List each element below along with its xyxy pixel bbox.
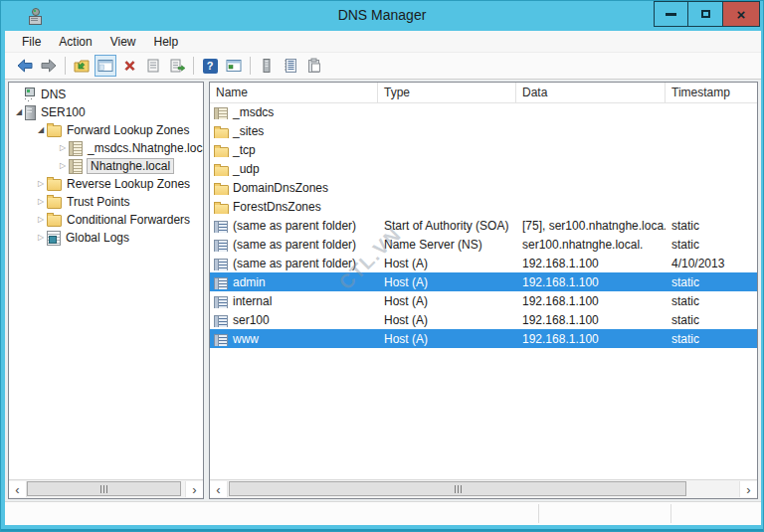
export-list-button[interactable]	[166, 55, 188, 77]
zone-icon	[69, 141, 83, 156]
clipboard-button[interactable]	[303, 55, 325, 77]
forward-button[interactable]	[38, 55, 60, 77]
record-icon	[214, 277, 228, 289]
expander-icon[interactable]	[35, 121, 47, 139]
zone-icon	[214, 107, 228, 119]
scrollbar-thumb[interactable]	[27, 481, 181, 496]
console-tree-icon	[97, 58, 113, 74]
column-header-name[interactable]: Name	[210, 83, 378, 102]
tree-item-conditional-forwarders[interactable]: Conditional Forwarders	[9, 211, 203, 229]
zone-icon	[69, 159, 83, 174]
record-icon	[214, 259, 228, 270]
tree-item-nhatnghe-local[interactable]: Nhatnghe.local	[9, 157, 203, 175]
table-row-selected[interactable]: www Host (A) 192.168.1.100 static	[210, 329, 757, 348]
console-window-button[interactable]	[223, 55, 245, 77]
menu-bar: File Action View Help	[5, 31, 761, 53]
toolbar: ?	[5, 53, 761, 80]
table-row[interactable]: ForestDnsZones	[210, 197, 757, 216]
records-list-panel: Name Type Data Timestamp _msdcs _sites	[209, 82, 758, 499]
column-header-data[interactable]: Data	[516, 83, 666, 102]
record-list-button[interactable]	[280, 55, 301, 77]
table-row-selected[interactable]: admin Host (A) 192.168.1.100 static	[210, 272, 757, 291]
show-hide-console-tree-button[interactable]	[95, 55, 116, 77]
maximize-icon	[701, 10, 710, 18]
expander-icon[interactable]	[35, 211, 47, 229]
table-row[interactable]: DomainDnsZones	[210, 178, 757, 197]
scroll-right-arrow[interactable]: ›	[185, 481, 203, 497]
folder-icon	[214, 166, 229, 176]
record-icon	[214, 296, 228, 308]
help-button[interactable]: ?	[199, 55, 221, 77]
back-button[interactable]	[14, 55, 36, 77]
help-icon: ?	[203, 59, 218, 74]
server-button[interactable]	[256, 55, 278, 77]
menu-action[interactable]: Action	[50, 33, 100, 51]
expander-icon[interactable]	[13, 103, 25, 121]
delete-x-icon	[122, 59, 137, 74]
folder-icon	[47, 215, 62, 227]
tree-item-dns-root[interactable]: DNS	[9, 86, 203, 103]
status-divider	[538, 504, 539, 523]
table-row[interactable]: _tcp	[210, 140, 757, 159]
expander-icon[interactable]	[35, 229, 47, 247]
title-bar: DNS Manager ×	[1, 1, 763, 31]
tree-item-forward-lookup-zones[interactable]: Forward Lookup Zones	[9, 121, 203, 139]
tree-item-trust-points[interactable]: Trust Points	[9, 193, 203, 211]
tree-item-global-logs[interactable]: Global Logs	[9, 229, 203, 247]
properties-button[interactable]	[142, 55, 164, 77]
status-bar	[5, 501, 761, 525]
folder-icon	[214, 147, 229, 157]
minimize-icon	[666, 13, 676, 16]
menu-view[interactable]: View	[101, 33, 145, 51]
expander-icon[interactable]	[57, 139, 69, 157]
records-list: _msdcs _sites _tcp	[210, 102, 757, 348]
expander-icon[interactable]	[35, 193, 47, 211]
table-row[interactable]: _udp	[210, 159, 757, 178]
tree-horizontal-scrollbar[interactable]: ‹ ›	[9, 479, 203, 498]
clipboard-icon	[306, 58, 322, 74]
table-row[interactable]: _msdcs	[210, 102, 757, 121]
record-icon	[214, 221, 228, 233]
log-icon	[47, 231, 61, 246]
back-arrow-icon	[17, 58, 33, 74]
tree-item-ser100[interactable]: SER100	[9, 103, 203, 121]
up-folder-icon	[74, 58, 90, 74]
scroll-left-arrow[interactable]: ‹	[210, 481, 228, 497]
scroll-right-arrow[interactable]: ›	[739, 481, 757, 497]
toolbar-separator	[65, 57, 66, 75]
list-horizontal-scrollbar[interactable]: ‹ ›	[210, 479, 757, 498]
menu-file[interactable]: File	[13, 33, 50, 51]
table-row[interactable]: (same as parent folder) Host (A) 192.168…	[210, 254, 757, 272]
folder-icon	[214, 128, 229, 138]
table-row[interactable]: _sites	[210, 121, 757, 140]
scroll-left-arrow[interactable]: ‹	[9, 481, 27, 497]
client-area: File Action View Help ?	[5, 31, 761, 525]
tree-item-reverse-lookup-zones[interactable]: Reverse Lookup Zones	[9, 175, 203, 193]
window-title: DNS Manager	[1, 7, 763, 23]
list-header: Name Type Data Timestamp	[210, 83, 757, 103]
record-icon	[214, 240, 228, 252]
table-row[interactable]: internal Host (A) 192.168.1.100 static	[210, 291, 757, 310]
tree-item-msdcs-zone[interactable]: _msdcs.Nhatnghe.local	[9, 139, 203, 157]
delete-button[interactable]	[118, 55, 140, 77]
table-row[interactable]: (same as parent folder) Start of Authori…	[210, 216, 757, 235]
workspace: DNS SER100 Forward Lookup Zones	[5, 80, 761, 501]
properties-sheet-icon	[145, 58, 161, 74]
record-icon	[214, 315, 228, 327]
column-header-timestamp[interactable]: Timestamp	[666, 83, 757, 102]
expander-icon[interactable]	[35, 175, 47, 193]
toolbar-separator	[193, 57, 194, 75]
menu-help[interactable]: Help	[145, 33, 188, 51]
table-row[interactable]: ser100 Host (A) 192.168.1.100 static	[210, 310, 757, 329]
status-divider	[670, 504, 671, 523]
expander-icon[interactable]	[57, 157, 69, 175]
table-row[interactable]: (same as parent folder) Name Server (NS)…	[210, 235, 757, 254]
scrollbar-grip-icon	[455, 485, 462, 493]
console-tree-panel: DNS SER100 Forward Lookup Zones	[8, 82, 204, 499]
up-one-level-button[interactable]	[71, 55, 93, 77]
column-header-type[interactable]: Type	[378, 83, 516, 102]
minimize-button[interactable]	[654, 1, 688, 27]
scrollbar-thumb[interactable]	[229, 481, 686, 496]
close-button[interactable]: ×	[722, 1, 760, 27]
maximize-button[interactable]	[687, 1, 723, 27]
